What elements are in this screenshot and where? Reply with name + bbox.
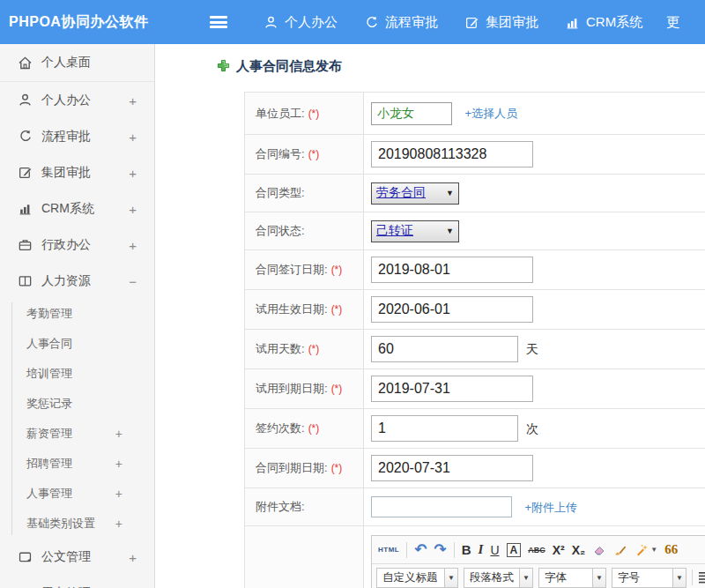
sidebar-subitem-salary[interactable]: 薪资管理 + [0, 419, 154, 449]
sidebar-item-personal-desktop[interactable]: 个人桌面 [0, 44, 154, 82]
sidebar-item-human-resources[interactable]: 人力资源 − [0, 263, 154, 299]
sign-date-input[interactable] [371, 257, 533, 283]
magic-wand-icon[interactable]: ▼ [634, 543, 657, 557]
contract-end-date-input[interactable] [371, 455, 533, 481]
sidebar-subitem-recruitment[interactable]: 招聘管理 + [0, 449, 154, 479]
chevron-down-icon: ▼ [673, 568, 686, 588]
form-row-trial-days: 试用天数:(*) 天 [245, 330, 705, 369]
sidebar-subitem-hr-contract[interactable]: 人事合同 [0, 329, 154, 359]
strikethrough-button[interactable]: ABC [528, 546, 545, 555]
expand-toggle[interactable]: + [129, 549, 137, 564]
trial-days-input[interactable] [371, 336, 518, 362]
sign-count-input[interactable] [371, 415, 518, 442]
redo-icon[interactable]: ↷ [434, 540, 446, 559]
sidebar-item-official-docs[interactable]: 公文管理 + [0, 539, 154, 575]
eraser-icon[interactable] [592, 543, 606, 557]
trial-end-date-input[interactable] [371, 376, 533, 402]
sidebar-item-label: 行政办公 [41, 237, 91, 253]
paragraph-format-dropdown[interactable]: 段落格式 ▼ [464, 568, 533, 588]
field-label: 合同状态: [256, 224, 305, 237]
required-mark: (*) [331, 303, 343, 316]
italic-button[interactable]: I [479, 542, 484, 557]
topnav-label: 个人办公 [285, 14, 338, 31]
topnav-more[interactable]: 更 [666, 14, 679, 31]
sidebar-subitem-label: 奖惩记录 [26, 396, 72, 412]
justify-icon[interactable] [698, 571, 705, 584]
attachment-input[interactable] [371, 496, 512, 517]
expand-toggle[interactable]: + [129, 93, 137, 108]
edit-square-icon [18, 165, 33, 180]
sidebar-item-admin-office[interactable]: 行政办公 + [0, 227, 154, 263]
custom-title-dropdown[interactable]: 自定义标题 ▼ [376, 568, 458, 588]
sidebar-subitem-training[interactable]: 培训管理 [0, 359, 154, 389]
superscript-button[interactable]: X² [553, 543, 565, 557]
bold-button[interactable]: B [462, 542, 471, 557]
sidebar-subitem-label: 薪资管理 [26, 426, 72, 442]
subscript-button[interactable]: X₂ [572, 543, 586, 557]
field-label: 合同到期日期: [256, 461, 328, 474]
contract-number-input[interactable] [371, 141, 533, 167]
sidebar-item-label: 用车管理 [41, 585, 91, 588]
sidebar-item-workflow[interactable]: 流程审批 + [0, 118, 154, 154]
topnav: 个人办公 流程审批 集团审批 CRM系统 更 [250, 14, 679, 31]
expand-toggle[interactable]: + [129, 165, 137, 180]
field-label: 试用到期日期: [256, 382, 328, 395]
phpoa-app: PHPOA协同办公软件 个人办公 流程审批 集团审批 [0, 0, 705, 588]
person-icon [18, 93, 33, 108]
expand-toggle[interactable]: + [115, 487, 122, 501]
trial-start-date-input[interactable] [371, 296, 533, 323]
sidebar-subitem-label: 招聘管理 [26, 456, 72, 472]
flow-arrow-icon [18, 129, 33, 144]
topnav-personal-office[interactable]: 个人办公 [263, 14, 338, 31]
expand-toggle[interactable]: + [115, 457, 122, 471]
hamburger-icon[interactable] [210, 16, 227, 28]
undo-icon[interactable]: ↶ [414, 540, 427, 559]
editor-toolbar-row1: HTML ↶ ↷ B I U A ABC X² X₂ [372, 536, 705, 563]
sidebar-subitem-attendance[interactable]: 考勤管理 [0, 299, 154, 329]
paint-brush-icon[interactable] [613, 543, 627, 557]
font-color-button[interactable]: A [507, 543, 522, 557]
expand-toggle[interactable]: + [129, 201, 137, 216]
form-row-sign-date: 合同签订日期:(*) [245, 250, 705, 290]
topnav-label: CRM系统 [586, 14, 642, 31]
book-icon [18, 273, 33, 288]
field-label: 附件文档: [256, 500, 305, 513]
employee-input[interactable] [371, 102, 452, 125]
bar-chart-icon [565, 15, 580, 30]
chevron-down-icon: ▼ [446, 227, 454, 235]
sidebar-item-group-approval[interactable]: 集团审批 + [0, 154, 154, 190]
html-source-button[interactable]: HTML [378, 546, 399, 554]
topnav-group-approval[interactable]: 集团审批 [464, 14, 538, 31]
contract-type-select[interactable]: 劳务合同 ▼ [371, 182, 459, 205]
field-label: 合同编号: [256, 147, 305, 160]
chevron-down-icon: ▼ [520, 568, 533, 588]
font-family-dropdown[interactable]: 字体 ▼ [538, 568, 606, 588]
sidebar-subitem-label: 考勤管理 [26, 306, 72, 322]
expand-toggle[interactable]: + [129, 237, 137, 252]
required-mark: (*) [331, 264, 343, 276]
sidebar-item-vehicle[interactable]: 用车管理 + [0, 575, 154, 588]
collapse-toggle[interactable]: − [129, 273, 137, 288]
expand-toggle[interactable]: + [115, 427, 122, 441]
topnav-workflow[interactable]: 流程审批 [364, 14, 438, 31]
document-icon [18, 549, 33, 564]
expand-toggle[interactable]: + [129, 129, 137, 144]
green-plus-icon [217, 59, 232, 74]
underline-button[interactable]: U [490, 543, 499, 557]
expand-toggle[interactable]: + [115, 517, 122, 531]
sidebar-item-crm[interactable]: CRM系统 + [0, 190, 154, 227]
select-person-link[interactable]: +选择人员 [464, 107, 517, 120]
chevron-down-icon: ▼ [593, 568, 606, 588]
sidebar-item-label: 个人办公 [41, 93, 91, 108]
blockquote-button[interactable]: 66 [664, 542, 678, 557]
sidebar-subitem-personnel[interactable]: 人事管理 + [0, 479, 154, 509]
topnav-crm[interactable]: CRM系统 [565, 14, 642, 31]
font-size-dropdown[interactable]: 字号 ▼ [612, 568, 686, 588]
sidebar-item-personal-office[interactable]: 个人办公 + [0, 82, 154, 118]
sidebar-subitem-base-category[interactable]: 基础类别设置 + [0, 509, 154, 539]
attachment-upload-link[interactable]: +附件上传 [524, 501, 577, 514]
contract-status-select[interactable]: 己转证 ▼ [371, 220, 459, 242]
unit-suffix: 天 [526, 342, 538, 356]
form-row-contract-type: 合同类型: 劳务合同 ▼ [245, 175, 705, 212]
sidebar-subitem-rewards[interactable]: 奖惩记录 [0, 389, 154, 419]
